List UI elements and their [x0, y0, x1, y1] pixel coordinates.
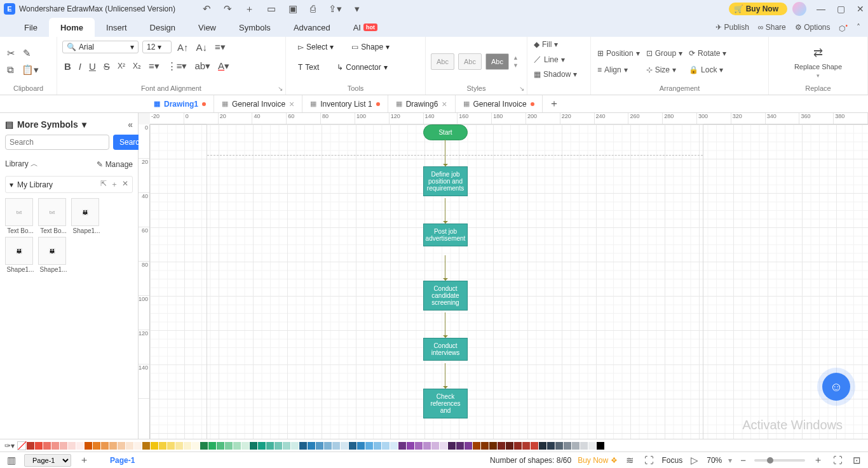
presentation-icon[interactable]: ▷: [689, 453, 700, 468]
more-symbols-header[interactable]: ▤ More Symbols▾«: [5, 119, 133, 130]
redo-icon[interactable]: ↷: [222, 1, 234, 17]
color-swatch[interactable]: [423, 442, 431, 450]
color-swatch[interactable]: [539, 442, 546, 450]
color-swatch[interactable]: [283, 442, 290, 450]
collapse-ribbon-icon[interactable]: ˄: [857, 23, 860, 32]
color-swatch[interactable]: [440, 442, 447, 450]
style-preset-2[interactable]: Abc: [458, 53, 482, 70]
underline-icon[interactable]: U: [87, 59, 98, 74]
color-swatch[interactable]: [151, 442, 158, 450]
menu-view[interactable]: View: [187, 18, 227, 37]
notifications-icon[interactable]: ⬡•: [839, 22, 848, 33]
connector-1[interactable]: [445, 140, 445, 166]
color-swatch[interactable]: [605, 442, 613, 450]
fullscreen-icon[interactable]: ⛶: [831, 453, 844, 467]
text-tool[interactable]: T Text: [291, 60, 326, 75]
copy-icon[interactable]: ⧉: [5, 62, 16, 77]
pages-panel-icon[interactable]: ▥: [5, 453, 18, 468]
font-color-icon[interactable]: A▾: [216, 58, 231, 74]
font-launcher-icon[interactable]: ↘: [278, 85, 283, 92]
color-swatch[interactable]: [167, 442, 175, 450]
menu-design[interactable]: Design: [139, 18, 187, 37]
color-swatch[interactable]: [357, 442, 365, 450]
menu-symbols[interactable]: Symbols: [227, 18, 282, 37]
rotate-button[interactable]: ⟳ Rotate ▾: [688, 48, 728, 58]
add-tab-button[interactable]: ＋: [543, 95, 566, 112]
color-swatch[interactable]: [266, 442, 274, 450]
color-swatch[interactable]: [555, 442, 563, 450]
collapse-panel-icon[interactable]: «: [128, 119, 133, 130]
cut-icon[interactable]: ✂: [5, 46, 17, 61]
increase-font-icon[interactable]: A↑: [175, 40, 191, 55]
color-swatch[interactable]: [448, 442, 456, 450]
menu-ai[interactable]: AIhot: [342, 18, 389, 37]
size-button[interactable]: ⊹ Size ▾: [645, 65, 684, 75]
subscript-icon[interactable]: X₂: [131, 60, 143, 72]
more-icon[interactable]: ▾: [353, 1, 362, 17]
doc-tab-inventory-list-1[interactable]: ▦Inventory List 1: [302, 95, 388, 112]
color-swatch[interactable]: [332, 442, 340, 450]
page-select[interactable]: Page-1: [24, 454, 71, 467]
color-swatch[interactable]: [514, 442, 522, 450]
color-swatch[interactable]: [324, 442, 332, 450]
color-swatch[interactable]: [250, 442, 257, 450]
align-button[interactable]: ≡ Align ▾: [596, 65, 641, 75]
color-swatch[interactable]: [564, 442, 571, 450]
close-tab-icon[interactable]: ×: [442, 99, 447, 109]
font-size-select[interactable]: 12 ▾: [142, 41, 172, 53]
color-swatch[interactable]: [134, 442, 142, 450]
color-swatch[interactable]: [465, 442, 472, 450]
color-swatch[interactable]: [431, 442, 439, 450]
color-swatch[interactable]: [522, 442, 530, 450]
open-icon[interactable]: ▭: [265, 1, 278, 17]
library-shape[interactable]: 👪Shape1...: [38, 237, 69, 273]
lib-export-icon[interactable]: ⇱: [100, 179, 107, 190]
canvas[interactable]: Start Define job position and requiremen…: [150, 124, 868, 439]
color-swatch[interactable]: [456, 442, 464, 450]
color-swatch[interactable]: [217, 442, 224, 450]
doc-tab-drawing1[interactable]: ▦Drawing1: [146, 95, 214, 112]
new-icon[interactable]: ＋: [243, 1, 256, 17]
color-swatch[interactable]: [349, 442, 356, 450]
replace-shape-icon[interactable]: ⇄: [811, 44, 825, 62]
bold-icon[interactable]: B: [62, 59, 73, 74]
shape-tool[interactable]: ▭ Shape ▾: [344, 39, 397, 55]
library-shape[interactable]: 👪Shape1...: [5, 237, 36, 273]
close-button[interactable]: ✕: [857, 4, 864, 14]
library-shape[interactable]: txtText Bo...: [5, 198, 36, 234]
color-swatch[interactable]: [572, 442, 580, 450]
style-down-icon[interactable]: ▼: [513, 62, 519, 69]
lib-close-icon[interactable]: ✕: [122, 179, 128, 190]
color-swatch[interactable]: [316, 442, 323, 450]
color-swatch[interactable]: [184, 442, 191, 450]
color-swatch[interactable]: [382, 442, 390, 450]
menu-file[interactable]: File: [13, 18, 49, 37]
status-buy-now[interactable]: Buy Now ❖: [578, 456, 617, 465]
color-swatch[interactable]: [415, 442, 423, 450]
align-menu-icon[interactable]: ≡▾: [213, 39, 227, 55]
active-page-tab[interactable]: Page-1: [110, 456, 135, 465]
style-preset-1[interactable]: Abc: [431, 53, 454, 70]
lock-button[interactable]: 🔒 Lock ▾: [688, 65, 728, 75]
print-icon[interactable]: ⎙: [308, 1, 318, 17]
no-fill-swatch[interactable]: [17, 441, 26, 450]
line-spacing-icon[interactable]: ≡▾: [147, 58, 161, 74]
library-link[interactable]: Library ︿: [5, 159, 38, 170]
color-swatch[interactable]: [51, 442, 59, 450]
bullets-icon[interactable]: ⋮≡▾: [165, 58, 189, 74]
color-swatch[interactable]: [109, 442, 117, 450]
color-swatch[interactable]: [76, 442, 84, 450]
doc-tab-general-invoice[interactable]: ▦General Invoice: [456, 95, 543, 112]
line-button[interactable]: ／ Line ▾: [532, 53, 566, 65]
close-tab-icon[interactable]: ×: [289, 99, 294, 109]
settings-icon[interactable]: ⊡: [851, 453, 863, 468]
color-swatch[interactable]: [93, 442, 100, 450]
color-swatch[interactable]: [101, 442, 109, 450]
color-swatch[interactable]: [241, 442, 249, 450]
my-library-section[interactable]: ▾ My Library⇱＋✕: [5, 176, 133, 193]
symbol-search-input[interactable]: [5, 135, 109, 150]
color-swatch[interactable]: [68, 442, 76, 450]
share-button[interactable]: ∞ Share: [758, 23, 786, 32]
styles-launcher-icon[interactable]: ↘: [519, 85, 524, 92]
color-swatch[interactable]: [225, 442, 233, 450]
